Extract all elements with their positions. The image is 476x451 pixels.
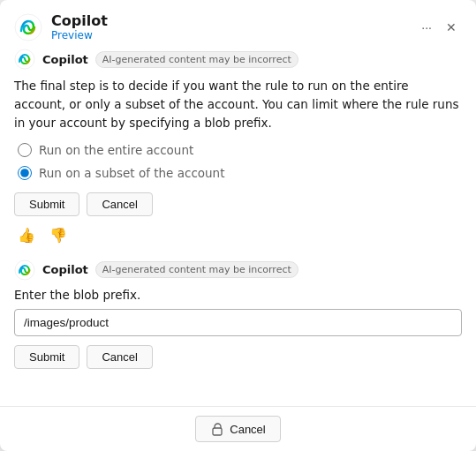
radio-subset-account[interactable]: Run on a subset of the account	[18, 166, 462, 180]
copilot-icon-2	[14, 259, 35, 281]
blob-prefix-input[interactable]	[14, 309, 462, 336]
btn-row-2: Submit Cancel	[14, 345, 462, 369]
more-options-button[interactable]: ···	[416, 17, 437, 38]
radio-subset-input[interactable]	[18, 166, 32, 180]
radio-subset-label: Run on a subset of the account	[39, 166, 224, 180]
radio-group-1: Run on the entire account Run on a subse…	[14, 143, 462, 180]
radio-entire-input[interactable]	[18, 143, 32, 157]
btn-row-1: Submit Cancel	[14, 192, 462, 216]
message-text-1: The final step is to decide if you want …	[14, 77, 462, 132]
ai-badge-1: AI-generated content may be incorrect	[95, 51, 298, 68]
app-title: Copilot	[51, 12, 407, 29]
feedback-row-1: 👍 👎	[14, 225, 462, 245]
content-area[interactable]: Copilot AI-generated content may be inco…	[0, 49, 476, 406]
copilot-header-1: Copilot AI-generated content may be inco…	[14, 49, 462, 70]
svg-rect-3	[213, 428, 222, 435]
message-block-1: Copilot AI-generated content may be inco…	[14, 49, 462, 245]
close-button[interactable]: ✕	[441, 17, 462, 38]
footer-bar: Cancel	[0, 406, 476, 451]
radio-entire-account[interactable]: Run on the entire account	[18, 143, 462, 157]
title-bar: Copilot Preview ··· ✕	[0, 0, 476, 49]
cancel-button-2[interactable]: Cancel	[87, 345, 152, 369]
cancel-button-1[interactable]: Cancel	[87, 192, 152, 216]
app-subtitle: Preview	[51, 29, 407, 41]
message-block-2: Copilot AI-generated content may be inco…	[14, 259, 462, 369]
lock-icon	[210, 422, 224, 436]
footer-cancel-label: Cancel	[230, 423, 265, 436]
thumbs-down-button[interactable]: 👎	[46, 225, 71, 245]
title-text: Copilot Preview	[51, 12, 407, 41]
thumbs-up-button[interactable]: 👍	[14, 225, 39, 245]
copilot-app-icon	[14, 13, 42, 41]
copilot-label-2: Copilot	[42, 263, 88, 276]
input-label-2: Enter the blob prefix.	[14, 288, 462, 302]
submit-button-2[interactable]: Submit	[14, 345, 79, 369]
footer-cancel-button[interactable]: Cancel	[195, 416, 280, 442]
submit-button-1[interactable]: Submit	[14, 192, 79, 216]
title-actions: ··· ✕	[416, 17, 462, 38]
copilot-header-2: Copilot AI-generated content may be inco…	[14, 259, 462, 281]
radio-entire-label: Run on the entire account	[39, 143, 193, 157]
copilot-label-1: Copilot	[42, 53, 88, 66]
ai-badge-2: AI-generated content may be incorrect	[95, 261, 298, 278]
copilot-icon-1	[14, 49, 35, 70]
dialog: Copilot Preview ··· ✕	[0, 0, 476, 451]
